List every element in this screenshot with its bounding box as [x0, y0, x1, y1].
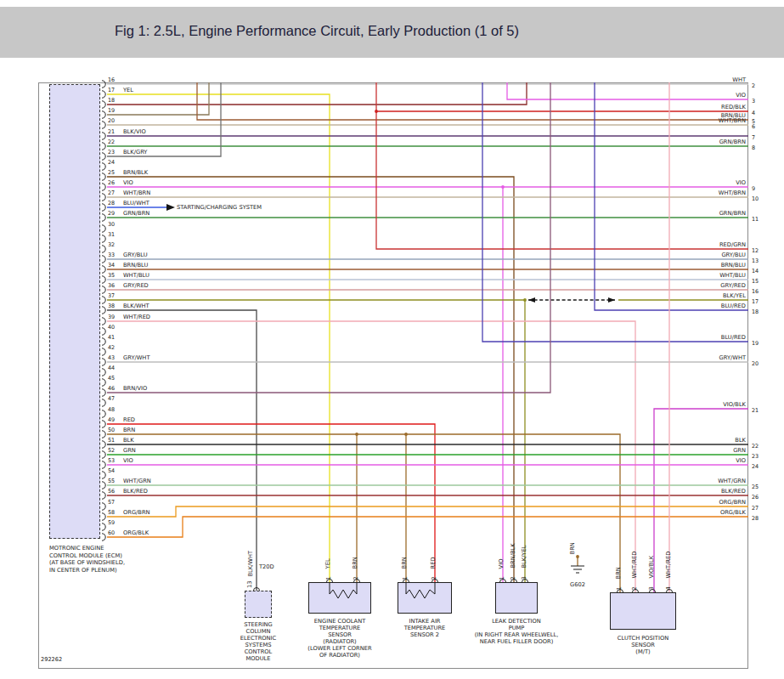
component-pin-number: 3 [521, 569, 528, 580]
terminal-wire-label: VIO [669, 457, 746, 464]
ecm-pin-number: 39 [108, 314, 115, 320]
ecm-pin-number: 59 [108, 519, 115, 526]
junction-dot [523, 298, 527, 302]
component-pin-number: 2 [353, 569, 360, 580]
terminal-wire-label: ORG/BRN [669, 499, 746, 506]
ecm-pin-socket-icon [102, 101, 105, 108]
ecm-pin-socket-icon [102, 410, 105, 417]
terminal-number: 7 [752, 134, 755, 141]
terminal-number: 11 [752, 216, 759, 223]
ecm-pin-socket-icon [102, 246, 105, 252]
ecm-pin-socket-icon [102, 389, 105, 396]
leak-detection-pump-caption-line: (IN RIGHT REAR WHEELWELL, [461, 631, 572, 638]
ecm-pin-wire-label: GRY/BLU [123, 252, 148, 258]
engine-coolant-temp-sensor-caption-line: (RADIATOR) [285, 638, 395, 645]
ecm-pin-wire-label: BLK [123, 437, 134, 444]
ecm-pin-socket-icon [102, 286, 105, 293]
ecm-pin-number: 19 [108, 107, 115, 114]
ecm-pin-wire-label: VIO [123, 179, 133, 186]
ecm-pin-number: 43 [108, 354, 115, 361]
ecm-pin-socket-icon [102, 472, 105, 478]
ecm-pin-wire-label: VIO [123, 457, 133, 464]
ecm-pin-wire-label: WHT/BRN [123, 190, 150, 196]
component-note: T20D [259, 563, 274, 570]
ecm-pin-socket-icon [102, 163, 105, 170]
ecm-pin-number: 30 [108, 221, 115, 228]
leak-detection-pump-caption-line: LEAK DETECTION [461, 618, 572, 625]
terminal-wire-label: GRY/RED [669, 282, 746, 289]
ecm-pin-socket-icon [102, 111, 105, 118]
iat-resistor [406, 582, 435, 598]
ecm-pin-number: 26 [108, 179, 115, 186]
ecm-pin-wire-label: RED [123, 416, 135, 423]
clutch-position-sensor-caption-line: SENSOR [588, 642, 698, 648]
ecm-pin-socket-icon [102, 122, 105, 128]
ecm-caption-line: MOTRONIC ENGINE [49, 545, 104, 552]
ecm-pin-number: 33 [108, 252, 115, 258]
ecm-pin-wire-label: BLU/WHT [123, 200, 149, 207]
ecm-pin-socket-icon [102, 194, 105, 201]
ecm-pin-socket-icon [102, 276, 105, 283]
wire-org-brn [107, 506, 748, 517]
ecm-pin-socket-icon [102, 431, 105, 438]
terminal-wire-label: BLU/RED [669, 303, 746, 309]
terminal-wire-label: GRN/BRN [669, 210, 746, 217]
ecm-pin-wire-label: GRY/RED [123, 282, 149, 289]
ecm-pin-number: 35 [108, 272, 115, 279]
ecm-pin-socket-icon [102, 256, 105, 263]
terminal-number: 15 [752, 278, 759, 285]
terminal-number: 17 [752, 298, 759, 305]
ecm-pin-number: 57 [108, 499, 115, 506]
ecm-pin-socket-icon [102, 503, 105, 510]
ecm-pin-wire-label: BRN/VIO [123, 385, 147, 392]
terminal-wire-label: RED/BLK [669, 104, 746, 110]
component-pin-number: 13 [246, 577, 254, 588]
ecm-pin-number: 36 [108, 282, 115, 289]
terminal-number: 27 [752, 505, 759, 512]
ect-resistor [330, 582, 357, 598]
ecm-pin-socket-icon [102, 523, 105, 530]
ecm-pin-socket-icon [102, 143, 105, 150]
junction-dot [501, 185, 505, 189]
component-pin-wire-label: RED [430, 553, 437, 569]
ecm-pin-wire-label: WHT/RED [123, 314, 150, 320]
ecm-caption-line: (AT BASE OF WINDSHIELD, [49, 559, 125, 566]
ecm-pin-number: 29 [108, 210, 115, 217]
ecm-pin-socket-icon [102, 133, 105, 139]
component-pin-number: 2 [431, 569, 438, 580]
ecm-pin-number: 60 [108, 529, 115, 536]
junction-dot [355, 433, 358, 436]
component-pin-number: 1 [325, 569, 333, 580]
junction-dot [576, 555, 579, 558]
component-pin-wire-label: BRN [352, 553, 359, 569]
wire-red [107, 424, 435, 582]
terminal-number: 9 [752, 185, 755, 192]
ecm-pin-socket-icon [102, 348, 105, 355]
wire-tan [107, 82, 209, 115]
terminal-number: 16 [752, 288, 759, 295]
ecm-pin-number: 55 [108, 478, 115, 484]
terminal-wire-label: BLU/RED [669, 334, 746, 341]
ecm-pin-number: 24 [108, 159, 115, 166]
ecm-pin-socket-icon [102, 184, 105, 190]
ecm-pin-wire-label: YEL [123, 87, 133, 93]
ecm-pin-number: 23 [108, 149, 115, 156]
component-pin-number: 1 [402, 569, 409, 580]
annotation-label: STARTING/CHARGING SYSTEM [177, 204, 262, 211]
component-pin-number: 1 [499, 569, 506, 580]
ecm-caption-line: IN CENTER OF PLENUM) [49, 567, 117, 574]
component-pin-wire-label: BRN [615, 563, 623, 579]
component-pin-wire-label: VIO/BLK [647, 548, 655, 579]
terminal-wire-label: BLK [669, 437, 746, 444]
ecm-pin-number: 41 [108, 334, 115, 341]
junction-dot [375, 110, 378, 113]
ecm-pin-wire-label: BRN [123, 427, 135, 433]
ecm-pin-socket-icon [102, 204, 105, 211]
terminal-wire-label: VIO [669, 179, 746, 186]
wire-brn-vio [107, 82, 550, 393]
ecm-pin-number: 51 [108, 437, 115, 444]
ecm-pin-socket-icon [102, 461, 105, 468]
component-pin-wire-label: BLK/YEL [520, 538, 527, 569]
terminal-wire-label: GRY/WHT [669, 354, 746, 361]
terminal-wire-label: BLK/YEL [669, 292, 746, 299]
